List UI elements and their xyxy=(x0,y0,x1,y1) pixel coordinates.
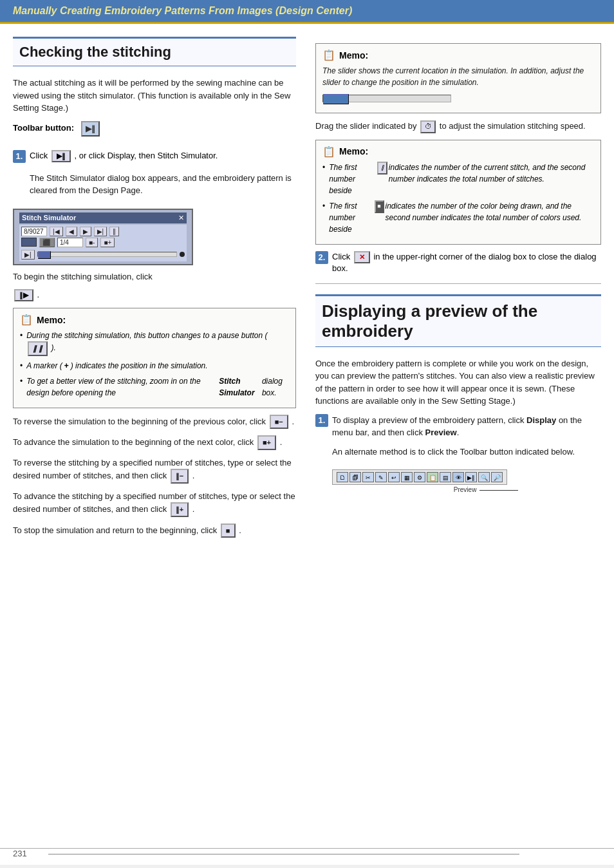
toolbar-icon-8: 📋 xyxy=(427,472,438,482)
memo-slider-header: 📋 Memo: xyxy=(322,49,594,61)
reverse-color-text: To reverse the simulation to the beginni… xyxy=(13,415,296,429)
memo1-header: 📋 Memo: xyxy=(20,314,289,326)
page-number: 231 xyxy=(13,849,27,858)
memo1-bullet-1: During the stitching simulation, this bu… xyxy=(20,330,289,356)
toolbar-button-img: ▶‖ xyxy=(81,121,100,137)
toolbar-icon-11: ▶‖ xyxy=(465,472,477,482)
section2-step1-header: To display a preview of the embroidery p… xyxy=(332,414,601,439)
toolbar-icon-2: 🗐 xyxy=(349,472,361,482)
section2-step1-alt: An alternate method is to click the Tool… xyxy=(332,446,601,458)
toolbar-icon-1: 🗋 xyxy=(337,472,348,482)
stitch-count-icon: ‖ xyxy=(377,162,387,175)
advance-color-text: To advance the simulation to the beginni… xyxy=(13,435,296,450)
intro-paragraph: The actual stitching as it will be perfo… xyxy=(13,77,296,115)
step1-text: , or click Display, then Stitch Simulato… xyxy=(74,150,218,160)
toolbar-icon-3: ✂ xyxy=(362,472,374,482)
advance-color-btn: ■+ xyxy=(257,435,276,450)
drag-slider-text: Drag the slider indicated by ⏱ to adjust… xyxy=(315,120,601,133)
toolbar-label: Toolbar button: ▶‖ xyxy=(13,121,296,137)
toolbar-icon-5: ↩ xyxy=(388,472,400,482)
section2-step-1-number: 1. xyxy=(315,414,328,427)
step-2-row: 2. Click ✕ in the upper-right corner of … xyxy=(315,251,601,273)
play-button: ‖▶ xyxy=(14,289,33,301)
stop-sim-text: To stop the simulation and return to the… xyxy=(13,524,296,538)
stop-btn: ■ xyxy=(221,524,236,538)
toolbar-icon-13: 🔎 xyxy=(491,472,503,482)
speed-icon: ⏱ xyxy=(420,120,436,133)
slider-thumb xyxy=(323,94,349,104)
header-title: Manually Creating Embroidery Patterns Fr… xyxy=(13,5,352,16)
advance-stitches-btn: ‖+ xyxy=(171,502,189,517)
memo1-bullet-3: To get a better view of the stitching, z… xyxy=(20,375,289,399)
right-column: 📋 Memo: The slider shows the current loc… xyxy=(309,37,601,835)
toolbar-icon-9: ▤ xyxy=(440,472,451,482)
section2-intro: Once the embroidery pattern is complete … xyxy=(315,357,601,408)
play-button-row: ‖▶ . xyxy=(13,289,296,301)
slider-container xyxy=(322,95,594,102)
step1-desc: The Stitch Simulator dialog box appears,… xyxy=(30,172,296,197)
step-2-number: 2. xyxy=(315,251,328,264)
section2-step-1-row: 1. To display a preview of the embroider… xyxy=(315,414,601,494)
toolbar-icon-7: ⚙ xyxy=(414,472,425,482)
toolbar-icon-6: ▦ xyxy=(401,472,413,482)
memo1-bullet-2: A marker ( + ) indicates the position in… xyxy=(20,360,289,372)
memo2-bullet-2: The first number beside ■ indicates the … xyxy=(322,200,594,235)
section-title-preview: Displaying a preview of the embroidery xyxy=(315,294,601,347)
toolbar-preview-bar: 🗋 🗐 ✂ ✎ ↩ ▦ ⚙ 📋 ▤ 👁 ▶‖ 🔍 🔎 xyxy=(332,469,507,485)
memo-numbers-box: 📋 Memo: The first number beside ‖ indica… xyxy=(315,140,601,245)
step-2-content: Click ✕ in the upper-right corner of the… xyxy=(332,251,601,273)
advance-stitches-text: To advance the stitching by a specified … xyxy=(13,490,296,517)
step-1-content: Click ▶‖ , or click Display, then Stitch… xyxy=(30,150,296,203)
step1-inline-btn: ▶‖ xyxy=(51,150,71,162)
step2-click-label: Click xyxy=(332,252,350,261)
memo-box-1: 📋 Memo: During the stitching simulation,… xyxy=(13,308,296,408)
toolbar-icon-10: 👁 xyxy=(452,472,464,482)
step1-click-label: Click xyxy=(30,150,48,160)
section-title-checking: Checking the stitching xyxy=(13,37,296,66)
close-x-btn: ✕ xyxy=(354,251,370,263)
stitch-simulator-dialog: Stitch Simulator ✕ 8/9027 |◀ ◀ ▶ ▶| ‖ ⬛ xyxy=(13,209,193,265)
memo-slider-text: The slider shows the current location in… xyxy=(322,65,594,88)
toolbar-icon-4: ✎ xyxy=(375,472,387,482)
reverse-color-btn: ■− xyxy=(270,415,288,429)
slider-track xyxy=(322,95,451,102)
begin-sim-text: To begin the stitching simulation, click xyxy=(13,270,296,283)
pause-btn-inline: ‖ ‖ xyxy=(28,341,48,356)
reverse-stitches-btn: ‖− xyxy=(171,469,189,484)
preview-label: Preview xyxy=(371,486,601,493)
memo-slider-box: 📋 Memo: The slider shows the current loc… xyxy=(315,43,601,113)
left-column: Checking the stitching The actual stitch… xyxy=(13,37,309,835)
memo2-bullet-1: The first number beside ‖ indicates the … xyxy=(322,162,594,196)
color-count-icon: ■ xyxy=(375,200,384,213)
section2-step-1-content: To display a preview of the embroidery p… xyxy=(332,414,601,494)
page-header: Manually Creating Embroidery Patterns Fr… xyxy=(0,0,614,24)
step2-text: in the upper-right corner of the dialog … xyxy=(332,252,597,273)
toolbar-icon-12: 🔍 xyxy=(478,472,490,482)
memo2-header: 📋 Memo: xyxy=(322,146,594,158)
divider xyxy=(315,283,601,284)
step-1-row: 1. Click ▶‖ , or click Display, then Sti… xyxy=(13,150,296,203)
step-1-number: 1. xyxy=(13,150,26,163)
reverse-stitches-text: To reverse the stitching by a specified … xyxy=(13,457,296,484)
